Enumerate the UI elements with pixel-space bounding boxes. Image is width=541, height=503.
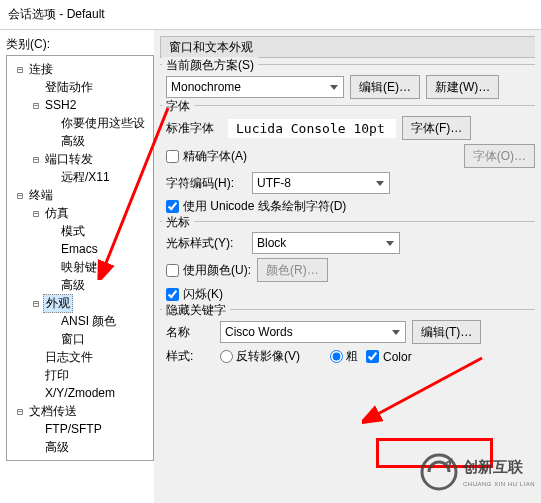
cursor-color-button: 颜色(R)…: [257, 258, 328, 282]
tree-item-label: 模式: [59, 223, 87, 240]
scheme-edit-button[interactable]: 编辑(E)…: [350, 75, 420, 99]
tree-item-label: 终端: [27, 187, 55, 204]
tree-item-label: 仿真: [43, 205, 71, 222]
unicode-lines-cb[interactable]: [166, 200, 179, 213]
tree-item[interactable]: ⊟仿真: [9, 204, 151, 222]
tree-item-label: 你要使用这些设: [59, 115, 147, 132]
encoding-select-wrap[interactable]: UTF-8: [252, 172, 390, 194]
cursor-style-select-wrap[interactable]: Block: [252, 232, 400, 254]
tree-item-label: 打印: [43, 367, 71, 384]
blink-checkbox[interactable]: 闪烁(K): [166, 286, 223, 303]
tree-item[interactable]: 登陆动作: [9, 78, 151, 96]
tree-item[interactable]: ⊟端口转发: [9, 150, 151, 168]
tree-item[interactable]: ⊟文档传送: [9, 402, 151, 420]
watermark-logo: 创新互联 CHUANG XIN HU LIAN: [417, 450, 537, 499]
collapse-icon[interactable]: ⊟: [29, 298, 43, 309]
group-fonts: 字体 标准字体 Lucida Console 10pt 字体(F)… 精确字体(…: [160, 105, 535, 215]
tree-item-label: 高级: [59, 133, 87, 150]
font-button[interactable]: 字体(F)…: [402, 116, 471, 140]
style-bold-radio[interactable]: 粗: [330, 348, 358, 365]
tree-item[interactable]: ⊟SSH2: [9, 96, 151, 114]
blink-cb[interactable]: [166, 288, 179, 301]
tree-item[interactable]: Emacs: [9, 240, 151, 258]
collapse-icon[interactable]: ⊟: [29, 208, 43, 219]
svg-text:创新互联: 创新互联: [462, 458, 524, 475]
tree-item-label: SSH2: [43, 98, 78, 112]
scheme-select-wrap[interactable]: Monochrome: [166, 76, 344, 98]
tree-item-label: 文档传送: [27, 403, 79, 420]
encoding-select[interactable]: UTF-8: [252, 172, 390, 194]
collapse-icon[interactable]: ⊟: [29, 154, 43, 165]
tree-item-label: 连接: [27, 61, 55, 78]
style-color-cb[interactable]: [366, 350, 379, 363]
tree-item-label: 端口转发: [43, 151, 95, 168]
category-tree[interactable]: ⊟连接登陆动作⊟SSH2你要使用这些设高级⊟端口转发远程/X11⊟终端⊟仿真模式…: [6, 55, 154, 461]
tree-item[interactable]: FTP/SFTP: [9, 420, 151, 438]
tree-item[interactable]: ⊟终端: [9, 186, 151, 204]
exact-font-checkbox[interactable]: 精确字体(A): [166, 148, 247, 165]
category-label: 类别(C):: [6, 36, 154, 53]
tree-item-label: 高级: [59, 277, 87, 294]
font-display: Lucida Console 10pt: [228, 119, 396, 138]
tree-item-label: Emacs: [59, 242, 100, 256]
tree-item[interactable]: 高级: [9, 438, 151, 456]
tree-item-label: 远程/X11: [59, 169, 112, 186]
group-title-hidden: 隐藏关键字: [162, 302, 230, 319]
encoding-label: 字符编码(H):: [166, 175, 246, 192]
tree-item[interactable]: 映射键: [9, 258, 151, 276]
tree-item-label: 窗口: [59, 331, 87, 348]
style-invert-rb[interactable]: [220, 350, 233, 363]
use-color-checkbox[interactable]: 使用颜色(U):: [166, 262, 251, 279]
tree-item-label: 高级: [43, 439, 71, 456]
hidden-style-label: 样式:: [166, 348, 214, 365]
group-title-cursor: 光标: [162, 214, 194, 231]
hidden-edit-button[interactable]: 编辑(T)…: [412, 320, 481, 344]
collapse-icon[interactable]: ⊟: [13, 406, 27, 417]
collapse-icon[interactable]: ⊟: [29, 100, 43, 111]
group-title-fonts: 字体: [162, 98, 194, 115]
group-color-scheme: 当前颜色方案(S) Monochrome 编辑(E)… 新建(W)…: [160, 64, 535, 99]
group-cursor: 光标 光标样式(Y): Block 使用颜色(U): 颜色(R)…: [160, 221, 535, 303]
tree-item[interactable]: ANSI 颜色: [9, 312, 151, 330]
tree-item[interactable]: 模式: [9, 222, 151, 240]
hidden-name-label: 名称: [166, 324, 214, 341]
standard-font-label: 标准字体: [166, 120, 222, 137]
tree-item[interactable]: ⊟外观: [9, 294, 151, 312]
font-button-2: 字体(O)…: [464, 144, 535, 168]
tree-item[interactable]: 高级: [9, 132, 151, 150]
tree-item-label: 登陆动作: [43, 79, 95, 96]
svg-text:CHUANG XIN HU LIAN: CHUANG XIN HU LIAN: [463, 481, 535, 487]
tree-item[interactable]: 你要使用这些设: [9, 114, 151, 132]
scheme-new-button[interactable]: 新建(W)…: [426, 75, 499, 99]
tree-item-label: ANSI 颜色: [59, 313, 118, 330]
main-area: 类别(C): ⊟连接登陆动作⊟SSH2你要使用这些设高级⊟端口转发远程/X11⊟…: [0, 30, 541, 503]
section-header: 窗口和文本外观: [160, 36, 535, 58]
hidden-name-select[interactable]: Cisco Words: [220, 321, 406, 343]
collapse-icon[interactable]: ⊟: [13, 190, 27, 201]
window-titlebar: 会话选项 - Default: [0, 0, 541, 30]
cursor-style-label: 光标样式(Y):: [166, 235, 246, 252]
style-invert-radio[interactable]: 反转影像(V): [220, 348, 300, 365]
tree-item[interactable]: 高级: [9, 276, 151, 294]
exact-font-cb[interactable]: [166, 150, 179, 163]
tree-item[interactable]: X/Y/Zmodem: [9, 384, 151, 402]
cursor-style-select[interactable]: Block: [252, 232, 400, 254]
tree-item[interactable]: 日志文件: [9, 348, 151, 366]
style-color-checkbox[interactable]: Color: [366, 350, 412, 364]
use-color-cb[interactable]: [166, 264, 179, 277]
tree-item[interactable]: 远程/X11: [9, 168, 151, 186]
tree-item[interactable]: 打印: [9, 366, 151, 384]
hidden-name-select-wrap[interactable]: Cisco Words: [220, 321, 406, 343]
tree-item-label: 映射键: [59, 259, 99, 276]
right-pane: 窗口和文本外观 当前颜色方案(S) Monochrome 编辑(E)… 新建(W…: [154, 30, 541, 503]
left-pane: 类别(C): ⊟连接登陆动作⊟SSH2你要使用这些设高级⊟端口转发远程/X11⊟…: [0, 30, 154, 503]
style-bold-rb[interactable]: [330, 350, 343, 363]
scheme-select[interactable]: Monochrome: [166, 76, 344, 98]
group-hidden-keywords: 隐藏关键字 名称 Cisco Words 编辑(T)… 样式: 反转影像(V): [160, 309, 535, 365]
tree-item-label: 日志文件: [43, 349, 95, 366]
collapse-icon[interactable]: ⊟: [13, 64, 27, 75]
tree-item[interactable]: ⊟连接: [9, 60, 151, 78]
tree-item-label: FTP/SFTP: [43, 422, 104, 436]
tree-item[interactable]: 窗口: [9, 330, 151, 348]
unicode-lines-checkbox[interactable]: 使用 Unicode 线条绘制字符(D): [166, 198, 346, 215]
